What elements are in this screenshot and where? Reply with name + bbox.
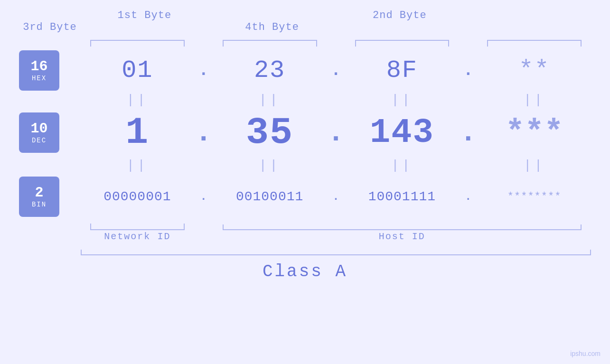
byte4-label: 4th Byte (208, 21, 336, 33)
hex-dot-2: . (327, 61, 346, 80)
hex-badge: 16 HEX (19, 50, 59, 91)
bin-row: 2 BIN 00000001 . 00100011 . 10001111 . *… (19, 177, 591, 217)
top-bracket-4 (478, 37, 591, 46)
dec-dot-1: . (194, 117, 213, 149)
hex-badge-label: HEX (32, 75, 47, 82)
top-brackets (19, 37, 591, 46)
eq-1-2: || (213, 93, 327, 107)
bin-dot-2: . (327, 190, 346, 203)
id-labels-row: Network ID Host ID (19, 231, 591, 242)
top-bracket-1 (81, 37, 194, 46)
bin-dot-3: . (459, 190, 478, 203)
bin-badge-cell: 2 BIN (19, 177, 81, 217)
full-bottom-bracket (81, 246, 591, 255)
bin-val-4: ******** (478, 191, 591, 203)
dec-row: 10 DEC 1 . 35 . 143 . *** (19, 111, 591, 154)
class-label: Class A (19, 262, 591, 281)
dec-val-3: 143 (346, 113, 459, 152)
dec-badge-cell: 10 DEC (19, 112, 81, 153)
network-id-label: Network ID (81, 231, 194, 242)
eq-row-2: || || || || (19, 158, 591, 173)
byte1-label: 1st Byte (81, 9, 208, 21)
hex-val-3: 8F (346, 56, 459, 84)
bin-dot-1: . (194, 190, 213, 203)
bin-val-1: 00000001 (81, 189, 194, 204)
dec-badge-number: 10 (30, 121, 47, 137)
dec-val-2: 35 (213, 111, 327, 154)
hex-row: 16 HEX 01 . 23 . 8F . ** (19, 50, 591, 91)
hex-badge-cell: 16 HEX (19, 50, 81, 91)
host-id-label: Host ID (346, 231, 459, 242)
dec-badge-label: DEC (32, 137, 47, 144)
byte-labels-row: 1st Byte 2nd Byte 3rd Byte 4th Byte (19, 9, 591, 33)
main-container: 1st Byte 2nd Byte 3rd Byte 4th Byte 16 H… (0, 0, 610, 364)
eq-1-3: || (346, 93, 459, 107)
bin-badge: 2 BIN (19, 177, 59, 217)
hex-dot-3: . (459, 61, 478, 80)
top-bracket-2 (213, 37, 327, 46)
eq-2-4: || (478, 158, 591, 173)
eq-1-4: || (478, 93, 591, 107)
hex-val-2: 23 (213, 56, 327, 84)
eq-2-3: || (346, 158, 459, 173)
host-bracket-start (213, 222, 327, 230)
dec-badge: 10 DEC (19, 112, 59, 153)
dec-val-1: 1 (81, 111, 194, 154)
dec-dot-2: . (327, 117, 346, 149)
hex-dot-1: . (194, 61, 213, 80)
top-bracket-3 (346, 37, 459, 46)
watermark: ipshu.com (570, 350, 601, 357)
eq-2-1: || (81, 158, 194, 173)
bottom-brackets (19, 222, 591, 230)
bin-val-2: 00100011 (213, 189, 327, 204)
byte3-label: 3rd Byte (19, 21, 81, 33)
eq-row-1: || || || || (19, 93, 591, 107)
byte2-label: 2nd Byte (336, 9, 464, 21)
bin-val-3: 10001111 (346, 189, 459, 204)
net-bracket-1 (81, 222, 194, 230)
dec-val-4: *** (478, 114, 591, 151)
hex-badge-number: 16 (30, 59, 47, 75)
hex-val-1: 01 (81, 56, 194, 84)
bin-badge-label: BIN (32, 201, 47, 208)
dec-dot-3: . (459, 117, 478, 149)
bin-badge-number: 2 (35, 185, 43, 201)
hex-val-4: ** (478, 56, 591, 84)
eq-2-2: || (213, 158, 327, 173)
eq-1-1: || (81, 93, 194, 107)
